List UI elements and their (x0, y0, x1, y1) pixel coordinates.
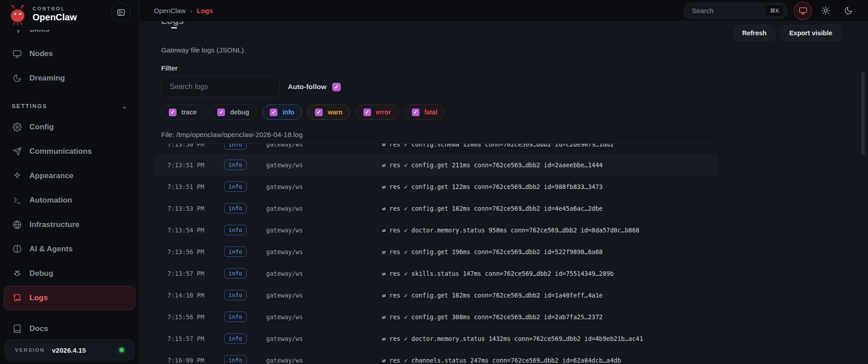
openclaw-logo (6, 4, 29, 26)
level-label: fatal (424, 109, 438, 116)
level-checkbox[interactable]: ✓ (315, 109, 323, 116)
sparkle-icon (12, 171, 22, 181)
level-label: trace (181, 109, 196, 116)
log-level-badge: info (224, 333, 247, 344)
log-message: ⇄ res ✓ skills.status 147ms conn=762ce56… (382, 270, 614, 277)
sun-icon (821, 6, 830, 15)
brain-icon (12, 244, 22, 254)
sidebar-nav-main-group: Skills Nodes Dreaming (4, 30, 135, 90)
status-dot (119, 348, 124, 352)
log-level-badge: info (224, 246, 247, 257)
log-row[interactable]: 7:13:51 PM info gateway/ws ⇄ res ✓ confi… (155, 154, 718, 176)
shortcut-badge: ⌘K (766, 5, 783, 16)
sidebar-section-settings[interactable]: SETTINGS ⌄ (4, 98, 135, 115)
breadcrumb-root[interactable]: OpenClaw (154, 7, 186, 14)
theme-dark-button[interactable] (839, 2, 857, 20)
sidebar-nav: Skills Nodes Dreaming SETTINGS ⌄ Config … (0, 30, 139, 340)
sidebar-collapse-button[interactable] (111, 2, 131, 22)
log-file-path: File: /tmp/openclaw/openclaw-2026-04-18.… (161, 131, 841, 139)
level-filter-debug[interactable]: ✓ debug (210, 104, 257, 120)
log-row[interactable]: 7:13:56 PM info gateway/ws ⇄ res ✓ confi… (155, 241, 718, 263)
level-label: warn (328, 109, 343, 116)
sidebar-item-label: Automation (29, 196, 72, 205)
log-service: gateway/ws (266, 292, 382, 299)
level-checkbox[interactable]: ✓ (217, 109, 225, 116)
theme-light-button[interactable] (816, 2, 835, 20)
sidebar-item-communications[interactable]: Communications (4, 139, 135, 164)
log-time: 7:13:56 PM (167, 248, 224, 255)
level-label: info (282, 109, 294, 116)
log-level-badge: info (224, 160, 247, 170)
log-level-badge: info (224, 268, 247, 279)
sidebar-item-dreaming[interactable]: Dreaming (4, 66, 135, 90)
sidebar-item-config[interactable]: Config (4, 115, 135, 139)
log-level-badge: info (224, 203, 247, 213)
log-row[interactable]: 7:13:54 PM info gateway/ws ⇄ res ✓ docto… (155, 219, 718, 241)
log-message: ⇄ res ✓ doctor.memory.status 1432ms conn… (382, 335, 643, 342)
level-checkbox[interactable]: ✓ (363, 109, 371, 116)
sidebar-item-label: Appearance (29, 171, 73, 180)
level-filter-trace[interactable]: ✓ trace (161, 104, 204, 120)
log-service: gateway/ws (266, 161, 382, 169)
log-service: gateway/ws (266, 270, 382, 277)
sidebar-item-ai-agents[interactable]: AI & Agents (4, 237, 135, 261)
bug-icon (12, 269, 22, 279)
log-row[interactable]: 7:14:10 PM info gateway/ws ⇄ res ✓ confi… (155, 284, 718, 306)
log-row[interactable]: 7:13:50 PM info gateway/ws ⇄ res ✓ confi… (155, 144, 718, 154)
level-filter-warn[interactable]: ✓ warn (307, 104, 350, 120)
log-row[interactable]: 7:16:00 PM info gateway/ws ⇄ res ✓ chann… (155, 350, 718, 364)
chevron-down-icon: ⌄ (121, 102, 127, 110)
sidebar-item-label: Communications (29, 147, 92, 156)
log-row[interactable]: 7:15:57 PM info gateway/ws ⇄ res ✓ docto… (155, 328, 718, 350)
auto-follow-toggle[interactable]: Auto-follow ✓ (288, 83, 341, 91)
sidebar-item-docs[interactable]: Docs (4, 317, 135, 340)
log-message: ⇄ res ✓ config.get 122ms conn=762ce569…d… (382, 183, 603, 190)
sidebar-item-nodes[interactable]: Nodes (4, 42, 135, 66)
log-service: gateway/ws (266, 227, 382, 234)
sidebar-item-appearance[interactable]: Appearance (4, 164, 135, 188)
sidebar-item-logs[interactable]: Logs (4, 286, 135, 310)
brand-eyebrow: CONTROL (33, 6, 77, 11)
theme-switcher (794, 2, 857, 20)
log-time: 7:13:50 PM (167, 144, 224, 148)
sidebar-item-skills[interactable]: Skills (4, 30, 135, 42)
search-placeholder: Search (692, 7, 714, 14)
log-time: 7:13:53 PM (167, 205, 224, 212)
terminal-icon (12, 195, 22, 205)
level-checkbox[interactable]: ✓ (412, 109, 420, 116)
level-filter-info[interactable]: ✓ info (262, 104, 302, 120)
panel-left-icon (117, 8, 125, 17)
refresh-button[interactable]: Refresh (734, 25, 775, 41)
globe-icon (12, 220, 22, 230)
auto-follow-checkbox[interactable]: ✓ (332, 83, 341, 91)
sidebar-item-debug[interactable]: Debug (4, 261, 135, 286)
log-message: ⇄ res ✓ config.get 308ms conn=762ce569…d… (382, 313, 603, 321)
filter-label: Filter (161, 64, 841, 72)
sidebar-item-label: Dreaming (29, 74, 65, 83)
level-filter-error[interactable]: ✓ error (356, 104, 399, 120)
level-checkbox[interactable]: ✓ (270, 109, 277, 116)
app-window: CONTROL OpenClaw Skills Nodes Dreaming S… (0, 0, 868, 364)
level-checkbox[interactable]: ✓ (169, 109, 176, 116)
log-level-badge: info (224, 312, 247, 322)
log-level-badge: info (224, 355, 247, 364)
level-filter-fatal[interactable]: ✓ fatal (404, 104, 445, 120)
search-logs-input[interactable] (161, 76, 280, 97)
log-row[interactable]: 7:13:57 PM info gateway/ws ⇄ res ✓ skill… (155, 263, 718, 284)
sidebar-item-automation[interactable]: Automation (4, 188, 135, 213)
main-area: OpenClaw › Logs Search ⌘K (139, 0, 868, 364)
log-service: gateway/ws (266, 248, 382, 255)
auto-follow-label: Auto-follow (288, 83, 326, 91)
global-search-input[interactable]: Search ⌘K (683, 3, 787, 19)
log-row[interactable]: 7:13:51 PM info gateway/ws ⇄ res ✓ confi… (155, 176, 718, 198)
page-title: Logs (161, 22, 184, 26)
log-row[interactable]: 7:15:56 PM info gateway/ws ⇄ res ✓ confi… (155, 306, 718, 328)
vertical-scrollbar[interactable] (861, 71, 865, 155)
export-visible-button[interactable]: Export visible (781, 25, 841, 41)
theme-system-button[interactable] (794, 2, 812, 20)
log-service: gateway/ws (266, 144, 382, 148)
title-underline (171, 27, 177, 28)
log-level-badge: info (224, 181, 247, 192)
sidebar-item-infrastructure[interactable]: Infrastructure (4, 213, 135, 237)
log-row[interactable]: 7:13:53 PM info gateway/ws ⇄ res ✓ confi… (155, 198, 718, 219)
